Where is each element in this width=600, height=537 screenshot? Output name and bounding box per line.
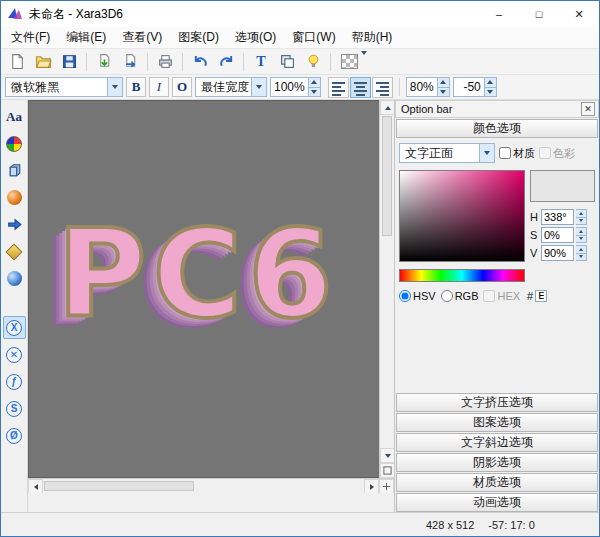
bold-button[interactable]: B [126,77,146,97]
texture-checkbox[interactable]: 材质 [499,146,535,161]
canvas-horizontal-scrollbar[interactable] [28,478,394,493]
texture-checkbox-input[interactable] [499,147,511,159]
saturation-value-picker[interactable] [399,170,525,262]
export-button[interactable] [118,51,142,73]
document-canvas[interactable]: PC6 [28,100,379,478]
section-bevel-options[interactable]: 文字斜边选项 [396,433,598,452]
extrusion-options-button[interactable] [3,159,26,182]
menu-file[interactable]: 文件(F) [3,27,58,48]
hex-input[interactable] [535,290,547,302]
menu-pattern[interactable]: 图案(D) [170,27,227,48]
menu-view[interactable]: 查看(V) [114,27,170,48]
new-button[interactable] [5,51,29,73]
bevel-options-button[interactable] [3,186,26,209]
new-document-icon [9,53,26,70]
shadow-options-button[interactable] [3,213,26,236]
pan-view-button[interactable] [379,479,394,494]
canvas-bottom-filler [28,493,394,512]
saturation-stepper [576,227,587,243]
outline-button[interactable]: O [172,77,192,97]
texture-picker-button[interactable] [336,51,372,73]
menu-edit[interactable]: 编辑(E) [58,27,114,48]
scale-spinner[interactable]: 80% [406,77,450,97]
vertical-scroll-thumb[interactable] [382,116,392,236]
menu-options[interactable]: 选项(O) [227,27,284,48]
close-button[interactable]: ✕ [559,1,599,27]
open-folder-icon [35,53,52,70]
rgb-radio[interactable]: RGB [441,290,479,302]
view-toggle-3-button[interactable]: ƒ [3,370,26,393]
text-options-button[interactable]: Aa [3,105,26,128]
color-wheel-icon [6,136,22,152]
italic-button[interactable]: I [149,77,169,97]
width-mode-select[interactable]: 最佳宽度 [195,77,267,97]
undo-button[interactable] [188,51,212,73]
render-quality-button[interactable] [301,51,325,73]
section-extrusion-options[interactable]: 文字挤压选项 [396,393,598,412]
view-toggle-1-button[interactable]: X [3,316,26,339]
toolbar-separator [399,78,400,96]
face-select[interactable]: 文字正面 [399,143,495,163]
fit-icon [383,466,392,475]
spin-up-button[interactable] [485,78,496,87]
scroll-up-button[interactable] [380,100,395,115]
menu-help[interactable]: 帮助(H) [344,27,401,48]
section-color-options[interactable]: 颜色选项 [396,119,598,138]
hue-input[interactable] [541,209,574,225]
3d-text[interactable]: PC6 [57,213,339,335]
align-left-button[interactable] [328,77,349,98]
value-input[interactable] [541,245,574,261]
horizontal-scroll-track[interactable] [43,479,364,493]
section-pattern-options[interactable]: 图案选项 [396,413,598,432]
section-shadow-options[interactable]: 阴影选项 [396,453,598,472]
section-animation-options[interactable]: 动画选项 [396,493,598,512]
animation-options-button[interactable] [3,267,26,290]
horizontal-scroll-thumb[interactable] [44,481,194,491]
vertical-scroll-track[interactable] [380,115,394,448]
rgb-radio-input[interactable] [441,290,453,302]
import-button[interactable] [92,51,116,73]
hsv-radio[interactable]: HSV [399,290,436,302]
print-button[interactable] [153,51,177,73]
spin-down-button[interactable] [576,235,586,243]
zoom-spinner[interactable]: 100% [270,77,321,97]
spin-down-button[interactable] [438,87,449,97]
scroll-right-button[interactable] [364,479,379,494]
font-select[interactable]: 微软雅黑 [5,77,123,97]
open-button[interactable] [31,51,55,73]
view-toggle-2-button[interactable]: ✕ [3,343,26,366]
option-bar-title: Option bar [401,103,581,115]
saturation-input[interactable] [541,227,574,243]
text-edit-button[interactable]: T [249,51,273,73]
redo-button[interactable] [214,51,238,73]
spin-down-button[interactable] [485,87,496,97]
spin-down-button[interactable] [309,87,320,97]
save-icon [61,53,78,70]
chevron-down-icon [479,144,494,162]
scroll-down-button[interactable] [380,448,395,463]
hue-slider[interactable] [399,269,525,282]
spin-down-button[interactable] [576,253,586,261]
fit-view-button[interactable] [380,463,395,478]
save-button[interactable] [57,51,81,73]
close-icon[interactable]: ✕ [581,102,595,116]
spin-up-button[interactable] [438,78,449,87]
spin-up-button[interactable] [309,78,320,87]
view-toggle-4-button[interactable]: S [3,397,26,420]
scroll-left-button[interactable] [28,479,43,494]
printer-icon [157,53,174,70]
canvas-vertical-scrollbar[interactable] [379,100,394,478]
color-options-button[interactable] [3,132,26,155]
window-layout-button[interactable] [275,51,299,73]
menu-window[interactable]: 窗口(W) [284,27,343,48]
align-center-button[interactable] [350,77,371,98]
view-toggle-5-button[interactable]: Ø [3,424,26,447]
minimize-button[interactable]: – [479,1,519,27]
hsv-radio-input[interactable] [399,290,411,302]
spin-down-button[interactable] [576,217,586,225]
texture-options-button[interactable] [3,240,26,263]
maximize-button[interactable]: □ [519,1,559,27]
angle-spinner[interactable]: -50 [453,77,497,97]
align-right-button[interactable] [372,77,393,98]
section-texture-options[interactable]: 材质选项 [396,473,598,492]
